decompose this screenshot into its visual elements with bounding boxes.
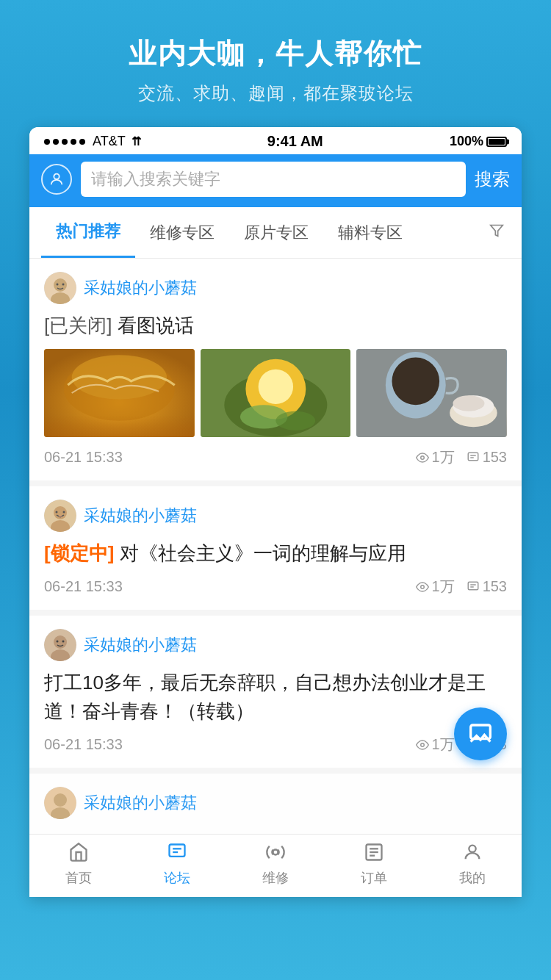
author-name-2: 采姑娘的小蘑菇 — [84, 505, 197, 527]
fab-button[interactable] — [454, 707, 507, 760]
author-name-3: 采姑娘的小蘑菇 — [84, 634, 197, 656]
post-meta-3: 06-21 15:33 1万 — [44, 735, 507, 754]
post-image-1a — [44, 349, 195, 437]
svg-point-30 — [63, 511, 65, 514]
signal-dot-2 — [53, 139, 59, 145]
fab-icon — [469, 722, 492, 746]
svg-point-3 — [54, 278, 67, 292]
post-card-3[interactable]: 采姑娘的小蘑菇 打工10多年，最后无奈辞职，自己想办法创业才是王道！奋斗青春！（… — [29, 616, 522, 768]
post-card-1[interactable]: 采姑娘的小蘑菇 [已关闭] 看图说话 — [29, 259, 522, 480]
svg-point-22 — [420, 455, 424, 459]
tab-original[interactable]: 原片专区 — [229, 209, 323, 257]
svg-point-21 — [453, 395, 485, 411]
nav-item-home[interactable]: 首页 — [49, 842, 108, 887]
partial-avatar — [44, 787, 76, 819]
filter-icon[interactable] — [483, 212, 510, 254]
svg-point-51 — [273, 850, 278, 855]
search-button[interactable]: 搜索 — [475, 167, 510, 191]
svg-rect-23 — [468, 453, 478, 461]
post-images-1 — [44, 349, 507, 437]
bottom-nav: 首页 论坛 — [29, 834, 522, 897]
svg-rect-32 — [468, 582, 478, 590]
post-stats-1: 1万 153 — [416, 447, 508, 467]
comments-icon-2 — [467, 580, 480, 594]
comments-count-2: 153 — [483, 578, 507, 595]
svg-point-40 — [420, 743, 424, 746]
post-date-3: 06-21 15:33 — [44, 736, 123, 753]
battery-percent: 100% — [450, 134, 483, 149]
post-views-3: 1万 — [416, 735, 455, 754]
comments-icon-1 — [467, 451, 480, 464]
hero-subtitle: 交流、求助、趣闻，都在聚玻论坛 — [15, 82, 536, 105]
partial-avatar-svg — [44, 787, 76, 819]
svg-point-29 — [56, 511, 58, 514]
svg-point-5 — [57, 284, 59, 286]
post-author-2: 采姑娘的小蘑菇 — [44, 500, 507, 532]
post-views-1: 1万 — [416, 447, 455, 467]
forum-icon — [167, 842, 187, 866]
tab-repair[interactable]: 维修专区 — [135, 209, 229, 257]
tab-material[interactable]: 辅料专区 — [323, 209, 417, 257]
nav-item-order[interactable]: 订单 — [345, 842, 403, 887]
home-icon — [68, 842, 89, 866]
post-image-1b — [201, 349, 351, 437]
post-author-1: 采姑娘的小蘑菇 — [44, 272, 507, 304]
order-icon — [364, 842, 384, 866]
profile-icon — [462, 842, 483, 866]
post-stats-2: 1万 153 — [416, 577, 508, 597]
nav-label-profile: 我的 — [459, 869, 486, 887]
views-icon-1 — [416, 451, 429, 464]
nav-label-order: 订单 — [361, 869, 387, 887]
signal-dot-3 — [62, 139, 68, 145]
search-input-wrapper[interactable]: 请输入搜索关键字 — [81, 162, 466, 197]
search-bar: 请输入搜索关键字 搜索 — [29, 154, 522, 207]
post-meta-1: 06-21 15:33 1万 — [44, 447, 507, 467]
svg-point-0 — [54, 174, 59, 179]
post-comments-2: 153 — [467, 578, 507, 595]
svg-rect-48 — [170, 845, 185, 857]
nav-item-forum[interactable]: 论坛 — [148, 842, 206, 887]
svg-point-31 — [420, 585, 424, 588]
svg-point-46 — [54, 793, 67, 807]
post-meta-2: 06-21 15:33 1万 — [44, 577, 507, 597]
avatar-svg-2 — [44, 500, 76, 532]
avatar-svg-3 — [44, 629, 76, 661]
status-left: AT&T ⇈ — [44, 134, 141, 149]
post-title-main-3: 打工10多年，最后无奈辞职，自己想办法创业才是王道！奋斗青春！（转载） — [44, 671, 486, 722]
post-title-main-1: 看图说话 — [118, 314, 194, 336]
views-count-2: 1万 — [432, 577, 455, 597]
svg-point-38 — [57, 641, 59, 643]
status-time: 9:41 AM — [267, 133, 323, 150]
post-comments-1: 153 — [467, 449, 507, 466]
search-input[interactable]: 请输入搜索关键字 — [91, 168, 220, 190]
nav-item-profile[interactable]: 我的 — [443, 842, 502, 887]
battery-fill — [489, 139, 505, 145]
user-icon — [48, 171, 65, 187]
post-image-1c — [356, 349, 507, 437]
hero-section: 业内大咖，牛人帮你忙 交流、求助、趣闻，都在聚玻论坛 — [0, 0, 551, 127]
post-title-3: 打工10多年，最后无奈辞职，自己想办法创业才是王道！奋斗青春！（转载） — [44, 669, 507, 726]
svg-point-15 — [276, 411, 315, 430]
post-tag-locked-2: [锁定中] — [44, 542, 114, 564]
svg-point-6 — [62, 284, 65, 286]
user-avatar-button[interactable] — [41, 164, 72, 195]
post-date-2: 06-21 15:33 — [44, 578, 123, 595]
hero-title: 业内大咖，牛人帮你忙 — [15, 35, 536, 73]
wifi-icon: ⇈ — [132, 134, 141, 148]
avatar-3 — [44, 629, 76, 661]
signal-dot-4 — [71, 139, 76, 145]
svg-point-36 — [54, 635, 67, 649]
tab-hot[interactable]: 热门推荐 — [41, 207, 135, 258]
cup-svg — [356, 349, 507, 437]
status-right: 100% — [450, 134, 507, 149]
post-card-2[interactable]: 采姑娘的小蘑菇 [锁定中] 对《社会主义》一词的理解与应用 06-21 15:3… — [29, 486, 522, 610]
signal-dot-1 — [44, 139, 50, 145]
category-tabs: 热门推荐 维修专区 原片专区 辅料专区 — [29, 207, 522, 259]
nav-item-repair[interactable]: 维修 — [246, 842, 305, 887]
svg-point-39 — [62, 641, 65, 643]
phone-frame: AT&T ⇈ 9:41 AM 100% 请输入搜索关键字 搜 — [29, 127, 522, 897]
views-icon-2 — [416, 580, 429, 594]
post-title-main-2: 对《社会主义》一词的理解与应用 — [120, 542, 406, 564]
partial-author-name: 采姑娘的小蘑菇 — [84, 792, 197, 814]
svg-point-13 — [258, 370, 292, 404]
